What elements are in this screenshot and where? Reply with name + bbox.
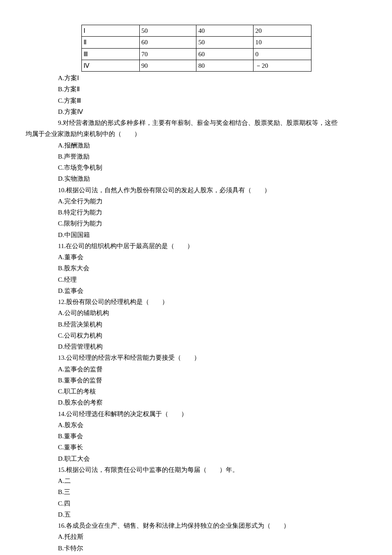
q8-options: A.方案Ⅰ B.方案Ⅱ C.方案Ⅲ D.方案Ⅳ xyxy=(26,72,366,117)
q13: 13.公司经理的经营水平和经营能力要接受（ ） A.监事会的监督 B.董事会的监… xyxy=(26,352,366,408)
cell: Ⅱ xyxy=(82,37,140,48)
option-a: A.完全行为能力 xyxy=(58,196,366,207)
cell: 50 xyxy=(196,37,254,48)
option-a: A.监事会的监督 xyxy=(58,364,366,375)
cell: 20 xyxy=(254,25,311,37)
table-row: Ⅳ 90 80 －20 xyxy=(82,60,311,71)
option-b: B.特定行为能力 xyxy=(58,207,366,218)
option-d: D.实物激励 xyxy=(58,173,366,184)
cell: 0 xyxy=(254,48,311,60)
option-a: A.报酬激励 xyxy=(58,140,366,151)
table-row: Ⅲ 70 60 0 xyxy=(82,48,311,60)
q16-stem: 16.各成员企业在生产、销售、财务和法律上均保持独立的企业集团形式为（ ） xyxy=(26,520,366,531)
option-d: D.经营管理机构 xyxy=(58,341,366,352)
cell: Ⅳ xyxy=(82,60,140,71)
cell: Ⅰ xyxy=(82,25,140,37)
data-table: Ⅰ 50 40 20 Ⅱ 60 50 10 Ⅲ 70 60 0 Ⅳ 90 80 … xyxy=(81,25,311,72)
q11: 11.在公司的组织机构中居于最高层的是（ ） A.董事会 B.股东大会 C.经理… xyxy=(26,240,366,296)
option-b: B.董事会的监督 xyxy=(58,375,366,386)
q14-stem: 14.公司经理选任和解聘的决定权属于（ ） xyxy=(26,408,366,419)
option-b: B.方案Ⅱ xyxy=(58,84,366,95)
table-row: Ⅰ 50 40 20 xyxy=(82,25,311,37)
table-row: Ⅱ 60 50 10 xyxy=(82,37,311,48)
option-d: D.五 xyxy=(58,509,366,520)
q10-stem: 10.根据公司法，自然人作为股份有限公司的发起人股东，必须具有（ ） xyxy=(26,185,366,196)
option-b: B.声誉激励 xyxy=(58,151,366,162)
cell: －20 xyxy=(254,60,311,71)
option-c: C.董事长 xyxy=(58,442,366,453)
q11-stem: 11.在公司的组织机构中居于最高层的是（ ） xyxy=(26,240,366,251)
option-b: B.三 xyxy=(58,486,366,497)
option-a: A.托拉斯 xyxy=(58,531,366,542)
option-c: C.公司权力机构 xyxy=(58,330,366,341)
q9-stem-line2: 均属于企业家激励约束机制中的（ ） xyxy=(26,128,366,139)
option-c: C.职工的考核 xyxy=(58,386,366,397)
option-d: D.股东会的考察 xyxy=(58,397,366,408)
q15-stem: 15.根据公司法，有限责任公司中监事的任期为每届（ ）年。 xyxy=(26,464,366,475)
option-d: D.职工大会 xyxy=(58,453,366,464)
cell: 90 xyxy=(139,60,196,71)
cell: Ⅲ xyxy=(82,48,140,60)
option-c: C.市场竞争机制 xyxy=(58,162,366,173)
q12: 12.股份有限公司的经理机构是（ ） A.公司的辅助机构 B.经营决策机构 C.… xyxy=(26,296,366,352)
option-c: C.经理 xyxy=(58,274,366,285)
option-b: B.董事会 xyxy=(58,431,366,442)
q16: 16.各成员企业在生产、销售、财务和法律上均保持独立的企业集团形式为（ ） A.… xyxy=(26,520,366,555)
cell: 10 xyxy=(254,37,311,48)
option-a: A.公司的辅助机构 xyxy=(58,307,366,318)
q9: 9.对经营者激励的形式多种多样，主要有年薪制、薪金与奖金相结合、股票奖励、股票期… xyxy=(26,117,366,185)
option-b: B.经营决策机构 xyxy=(58,319,366,330)
cell: 60 xyxy=(139,37,196,48)
cell: 80 xyxy=(196,60,254,71)
cell: 70 xyxy=(139,48,196,60)
q13-stem: 13.公司经理的经营水平和经营能力要接受（ ） xyxy=(26,352,366,363)
option-b: B.股东大会 xyxy=(58,263,366,274)
option-c: C.限制行为能力 xyxy=(58,218,366,229)
option-a: A.方案Ⅰ xyxy=(58,72,366,84)
option-d: D.方案Ⅳ xyxy=(58,106,366,117)
cell: 60 xyxy=(196,48,254,60)
option-d: D.监事会 xyxy=(58,285,366,296)
option-a: A.股东会 xyxy=(58,419,366,431)
page: Ⅰ 50 40 20 Ⅱ 60 50 10 Ⅲ 70 60 0 Ⅳ 90 80 … xyxy=(0,0,392,555)
cell: 50 xyxy=(139,25,196,37)
option-d: D.中国国籍 xyxy=(58,229,366,240)
q14: 14.公司经理选任和解聘的决定权属于（ ） A.股东会 B.董事会 C.董事长 … xyxy=(26,408,366,464)
q15: 15.根据公司法，有限责任公司中监事的任期为每届（ ）年。 A.二 B.三 C.… xyxy=(26,464,366,520)
option-c: C.方案Ⅲ xyxy=(58,95,366,106)
option-b: B.卡特尔 xyxy=(58,543,366,554)
q10: 10.根据公司法，自然人作为股份有限公司的发起人股东，必须具有（ ） A.完全行… xyxy=(26,185,366,240)
option-a: A.董事会 xyxy=(58,251,366,263)
cell: 40 xyxy=(196,25,254,37)
q9-stem-line1: 9.对经营者激励的形式多种多样，主要有年薪制、薪金与奖金相结合、股票奖励、股票期… xyxy=(26,117,366,128)
option-a: A.二 xyxy=(58,475,366,486)
q12-stem: 12.股份有限公司的经理机构是（ ） xyxy=(26,296,366,307)
option-c: C.四 xyxy=(58,498,366,509)
